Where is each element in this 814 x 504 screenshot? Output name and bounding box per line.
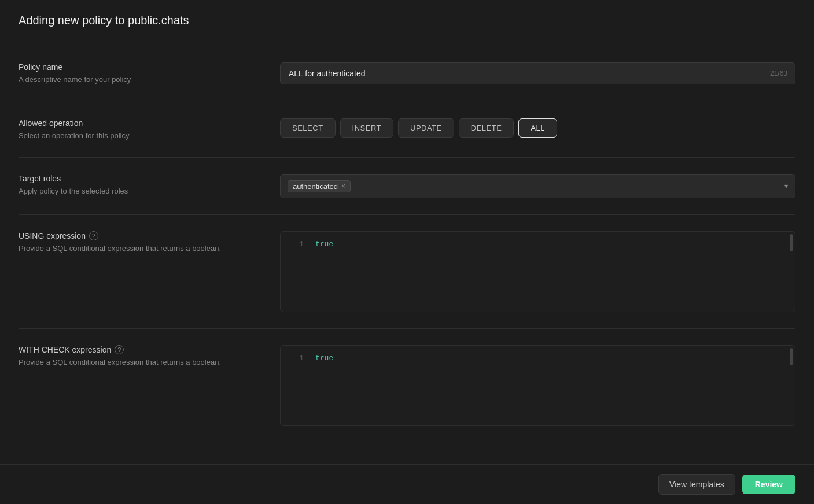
- allowed-operation-label-group: Allowed operation Select an operation fo…: [19, 118, 261, 142]
- role-tag-label: authenticated: [293, 182, 338, 191]
- with-check-expression-editor[interactable]: 1 true: [280, 345, 795, 426]
- op-btn-delete[interactable]: DELETE: [459, 118, 514, 138]
- with-check-expression-label: WITH CHECK expression ?: [19, 345, 261, 354]
- bottom-bar: View templates Review: [0, 464, 814, 504]
- target-roles-control: authenticated × ▾: [280, 174, 795, 198]
- target-roles-section: Target roles Apply policy to the selecte…: [19, 158, 795, 214]
- operation-buttons-group: SELECT INSERT UPDATE DELETE ALL: [280, 118, 795, 138]
- using-code-content: true: [315, 240, 333, 249]
- scrollbar-indicator: [790, 234, 793, 251]
- with-check-expression-help-icon[interactable]: ?: [115, 345, 124, 354]
- using-expression-label-group: USING expression ? Provide a SQL conditi…: [19, 231, 261, 254]
- using-expression-description: Provide a SQL conditional expression tha…: [19, 243, 261, 254]
- policy-name-control: 21/63: [280, 62, 795, 84]
- using-expression-help-icon[interactable]: ?: [89, 231, 98, 240]
- op-btn-insert[interactable]: INSERT: [340, 118, 393, 138]
- chevron-down-icon: ▾: [784, 182, 788, 190]
- target-roles-label: Target roles: [19, 174, 261, 183]
- with-check-line-number: 1: [290, 354, 304, 362]
- op-btn-all[interactable]: ALL: [518, 118, 557, 138]
- allowed-operation-label: Allowed operation: [19, 118, 261, 128]
- scrollbar-indicator-2: [790, 348, 793, 365]
- using-expression-editor[interactable]: 1 true: [280, 231, 795, 312]
- target-roles-description: Apply policy to the selected roles: [19, 186, 261, 197]
- view-templates-button[interactable]: View templates: [658, 474, 735, 495]
- role-tag-close-icon[interactable]: ×: [341, 183, 345, 190]
- char-count: 21/63: [770, 69, 787, 77]
- with-check-expression-control: 1 true: [280, 345, 795, 426]
- policy-name-label-group: Policy name A descriptive name for your …: [19, 62, 261, 86]
- allowed-operation-section: Allowed operation Select an operation fo…: [19, 102, 795, 158]
- policy-name-input[interactable]: [280, 62, 795, 84]
- operation-buttons: SELECT INSERT UPDATE DELETE ALL: [280, 118, 795, 138]
- op-btn-select[interactable]: SELECT: [280, 118, 336, 138]
- allowed-operation-description: Select an operation for this policy: [19, 130, 261, 142]
- page-container: Adding new policy to public.chats Policy…: [0, 0, 814, 456]
- roles-select-dropdown[interactable]: authenticated × ▾: [280, 174, 795, 198]
- review-button[interactable]: Review: [742, 475, 795, 494]
- policy-name-input-wrapper: 21/63: [280, 62, 795, 84]
- role-tag-authenticated: authenticated ×: [288, 180, 351, 192]
- policy-name-section: Policy name A descriptive name for your …: [19, 46, 795, 102]
- using-expression-section: USING expression ? Provide a SQL conditi…: [19, 215, 795, 328]
- using-expression-label: USING expression ?: [19, 231, 261, 240]
- with-check-expression-description: Provide a SQL conditional expression tha…: [19, 357, 261, 368]
- using-expression-control: 1 true: [280, 231, 795, 312]
- target-roles-label-group: Target roles Apply policy to the selecte…: [19, 174, 261, 197]
- with-check-expression-label-group: WITH CHECK expression ? Provide a SQL co…: [19, 345, 261, 368]
- policy-name-description: A descriptive name for your policy: [19, 74, 261, 86]
- op-btn-update[interactable]: UPDATE: [398, 118, 454, 138]
- with-check-expression-section: WITH CHECK expression ? Provide a SQL co…: [19, 329, 795, 442]
- using-code-line-1: 1 true: [281, 239, 795, 250]
- using-line-number: 1: [290, 240, 304, 249]
- policy-name-label: Policy name: [19, 62, 261, 72]
- with-check-code-content: true: [315, 354, 333, 362]
- with-check-code-line-1: 1 true: [281, 353, 795, 364]
- page-title: Adding new policy to public.chats: [19, 14, 795, 27]
